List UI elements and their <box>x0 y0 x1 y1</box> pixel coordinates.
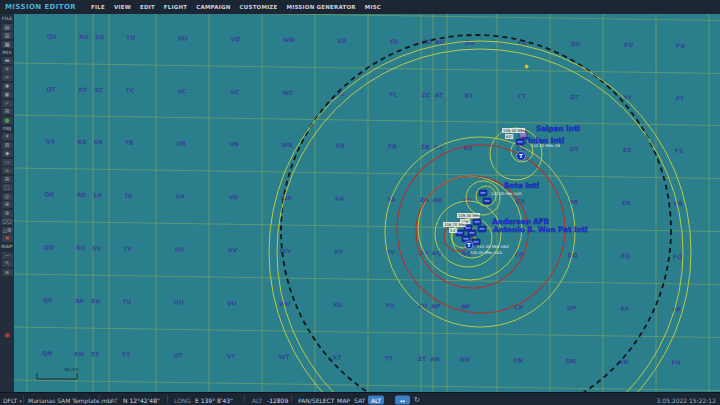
grid-cell-label: QR <box>44 190 54 197</box>
grid-cell-label: RQ <box>76 244 86 251</box>
helicopter-icon[interactable]: ⊠ <box>2 142 13 149</box>
sidebar-section-mis: MIS <box>2 50 11 56</box>
new-mission-icon[interactable]: ▤ <box>2 24 13 31</box>
grid-cell-label: RN <box>74 350 84 357</box>
grid-icon[interactable]: ⊞ <box>2 108 13 115</box>
layout-dropdown[interactable]: DFLT ▾ <box>3 396 22 403</box>
template-icon[interactable]: ⊞ <box>2 176 13 183</box>
grid-cell-label: CN <box>513 356 523 363</box>
grid-cell-label: UU <box>174 298 184 305</box>
layers-icon[interactable]: ≡ <box>2 269 13 276</box>
map-svg[interactable]: QURUSDTDUDVDWDXDYDZDAUBUCUDUEUFUQTRTSCTC… <box>14 14 720 392</box>
record-icon[interactable]: ◉ <box>2 332 13 339</box>
checklist-icon[interactable]: ✓ <box>2 100 13 107</box>
app-title: MISSION EDITOR <box>5 3 76 11</box>
delete-icon[interactable]: ✖ <box>2 235 13 242</box>
grid-cell-label: TB <box>125 139 134 146</box>
static-object-icon[interactable]: ⌂ <box>2 167 13 174</box>
grid-cell-label: SC <box>94 86 103 93</box>
briefcase-icon[interactable]: ▬ <box>2 57 13 64</box>
grid-cell-label: UD <box>178 34 188 41</box>
grid-cell-label: YU <box>384 302 394 309</box>
beacon-frequency-label: 122.00 kHz GAS <box>491 191 522 196</box>
menu-item-file[interactable]: FILE <box>91 4 105 10</box>
grid-cell-label: ZC <box>421 91 430 98</box>
map-marker-icon[interactable] <box>524 64 529 69</box>
farp-icon[interactable]: □ <box>2 184 13 191</box>
grid-cell-label: QQ <box>43 243 53 250</box>
vehicle-icon[interactable]: ▭ <box>2 159 13 166</box>
grid-cell-label: EU <box>624 41 633 48</box>
divider <box>167 395 168 403</box>
airport-label[interactable]: Antonio B. Won Pat Intl <box>493 225 588 234</box>
grid-cell-label: AR <box>433 196 443 203</box>
ovals-icon[interactable]: ○○ <box>2 218 13 225</box>
view-icon[interactable]: ◉ <box>2 91 13 98</box>
options-icon[interactable]: ✱ <box>2 83 13 90</box>
menu-item-mission-generator[interactable]: MISSION GENERATOR <box>287 4 356 10</box>
map-scale-label: 40 nm <box>64 367 78 372</box>
menu-item-campaign[interactable]: CAMPAIGN <box>196 4 230 10</box>
open-mission-icon[interactable]: ▥ <box>2 32 13 39</box>
refresh-icon[interactable]: ↻ <box>414 396 420 404</box>
airplane-icon[interactable]: ✈ <box>2 133 13 140</box>
grid-cell-label: DN <box>566 357 576 364</box>
unit-icon-detail <box>464 238 469 240</box>
grid-line <box>14 221 720 232</box>
unit-icon-detail <box>466 227 471 229</box>
globe-icon[interactable]: ● <box>2 117 13 124</box>
circle-cross-icon[interactable]: ⊗ <box>2 210 13 217</box>
save-mission-icon[interactable]: ▦ <box>2 41 13 48</box>
unit-icon-detail <box>475 221 480 223</box>
grid-cell-label: BS <box>464 144 473 151</box>
grid-cell-label: WC <box>282 89 294 96</box>
grid-cell-label: DP <box>567 304 577 311</box>
grid-cell-label: EN <box>619 358 628 365</box>
grid-cell-label: SB <box>94 138 103 145</box>
grid-cell-label: QP <box>43 296 53 303</box>
key-icon[interactable]: ∽ <box>2 252 13 259</box>
long-value: E 139° 8'43" <box>195 396 233 403</box>
map-layer-toggle[interactable]: MAP <box>337 396 350 403</box>
draw-icon[interactable]: ✎ <box>2 260 13 267</box>
shapes-icon[interactable]: △Φ <box>2 227 13 234</box>
grid-cell-label: VC <box>230 88 240 95</box>
grid-line <box>14 14 720 21</box>
beacon-frequency-label: 115.30 MHz UNZ <box>477 244 509 249</box>
grid-cell-label: UB <box>176 139 186 146</box>
grid-cell-label: AP <box>431 302 441 309</box>
weather-icon[interactable]: ☀ <box>2 66 13 73</box>
airport-label[interactable]: Rota Intl <box>504 181 539 190</box>
terrain-icon[interactable]: ≈ <box>2 74 13 81</box>
menu-item-misc[interactable]: MISC <box>365 4 381 10</box>
weapons-icon[interactable]: ⊕ <box>2 201 13 208</box>
grid-cell-label: DU <box>571 40 581 47</box>
menu-item-edit[interactable]: EDIT <box>140 4 155 10</box>
toolbar-sidebar: FILE▤▥▦MIS▬☀≈✱◉✓⊞●OBJ✈⊠◆▭⌂⊞□◎⊕⊗○○△Φ✖MAP∽… <box>0 14 14 392</box>
grid-cell-label: ES <box>623 146 632 153</box>
alt-layer-toggle[interactable]: ALT <box>368 395 384 404</box>
pan-select-mode[interactable]: PAN/SELECT <box>298 396 334 403</box>
airport-label[interactable]: Tinian Intl <box>523 136 564 145</box>
grid-cell-label: BP <box>461 303 471 310</box>
zone-icon[interactable]: ◎ <box>2 193 13 200</box>
long-label: LONG <box>174 396 191 403</box>
sidebar-section-file: FILE <box>2 16 13 22</box>
menu-item-customize[interactable]: CUSTOMIZE <box>240 4 278 10</box>
grid-cell-label: TT <box>122 351 131 358</box>
airport-label[interactable]: Saipan Intl <box>536 124 580 133</box>
menu-item-flight[interactable]: FLIGHT <box>164 4 187 10</box>
grid-cell-label: RU <box>79 33 89 40</box>
unit-icon-detail <box>474 241 479 243</box>
menu-item-view[interactable]: VIEW <box>114 4 131 10</box>
sat-layer-toggle[interactable]: SAT <box>354 396 365 403</box>
ship-icon[interactable]: ◆ <box>2 150 13 157</box>
ruler-icon[interactable]: ↔ <box>395 395 410 404</box>
grid-cell-label: VD <box>231 35 241 42</box>
map-canvas[interactable]: QURUSDTDUDVDWDXDYDZDAUBUCUDUEUFUQTRTSCTC… <box>14 14 720 392</box>
lat-label: LAT <box>107 396 118 403</box>
grid-cell-label: QS <box>45 137 55 144</box>
grid-cell-label: RS <box>78 138 87 145</box>
grid-cell-label: BU <box>465 39 475 46</box>
main-menu: FILEVIEWEDITFLIGHTCAMPAIGNCUSTOMIZEMISSI… <box>91 4 381 10</box>
